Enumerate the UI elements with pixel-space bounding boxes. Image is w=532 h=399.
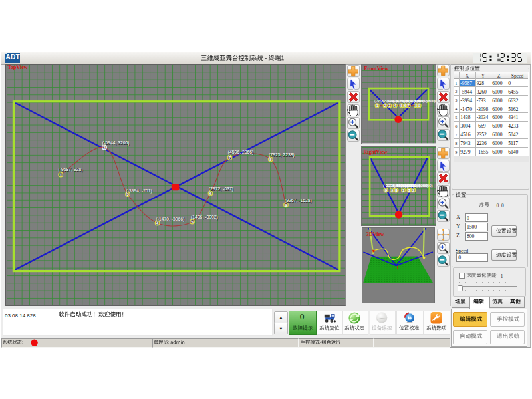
svg-text:3DView: 3DView xyxy=(366,231,384,237)
svg-text:(4506, 2366): (4506, 2366) xyxy=(228,150,254,155)
svg-text:TopView: TopView xyxy=(8,65,28,70)
svg-text:(-1655, 6000): (-1655, 6000) xyxy=(389,183,412,187)
svg-text:(-5944, 3260): (-5944, 3260) xyxy=(102,140,130,146)
svg-text:(9279, 6000): (9279, 6000) xyxy=(416,99,436,103)
svg-text:(2972, -637): (2972, -637) xyxy=(209,186,233,192)
svg-text:FrontView: FrontView xyxy=(364,66,388,72)
svg-text:6: 6 xyxy=(209,191,212,196)
svg-text:8: 8 xyxy=(269,157,272,162)
svg-text:(-3994, -701): (-3994, -701) xyxy=(126,188,152,194)
svg-text:1: 1 xyxy=(59,172,62,177)
svg-text:(7925, 2238): (7925, 2238) xyxy=(269,152,295,158)
svg-text:(9267, -1628): (9267, -1628) xyxy=(285,198,312,203)
svg-text:7: 7 xyxy=(229,155,231,160)
svg-text:(-1470, -3066): (-1470, -3066) xyxy=(156,217,184,222)
svg-text:(-9587, 928): (-9587, 928) xyxy=(59,167,83,172)
svg-text:(1406, -3002): (1406, -3002) xyxy=(191,215,218,220)
svg-text:RightView: RightView xyxy=(363,148,387,154)
